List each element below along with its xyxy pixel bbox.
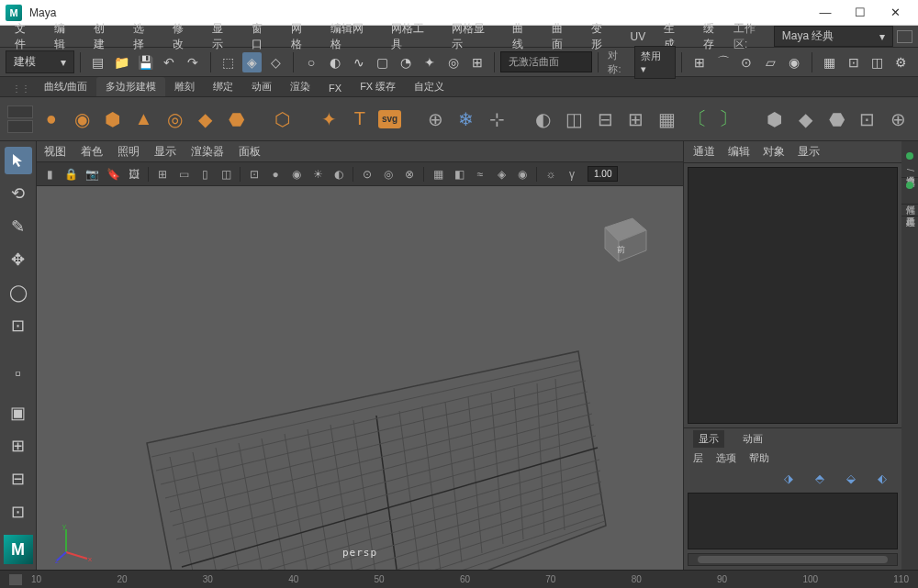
side-tab-channelbox[interactable]: 通道盒/层 [901, 163, 918, 178]
poly-type-icon[interactable]: T [347, 105, 373, 133]
poly-cone-icon[interactable]: ▲ [131, 105, 157, 133]
render-view-icon[interactable]: ▦ [820, 52, 840, 72]
bookmark-icon[interactable]: 🔖 [104, 165, 122, 183]
mask-curve-icon[interactable]: ∿ [349, 52, 369, 72]
menu-create[interactable]: 创建 [84, 21, 124, 52]
close-button[interactable]: ✕ [878, 1, 912, 25]
sidebar-toggle-button[interactable] [897, 30, 912, 43]
layer-tab-anim[interactable]: 动画 [737, 430, 768, 448]
layout-custom-icon[interactable]: ⊡ [5, 498, 32, 526]
view-cube[interactable]: 前 [591, 205, 655, 269]
gate-mask-icon[interactable]: ◫ [217, 165, 235, 183]
shelf-tab-curves[interactable]: 曲线/曲面 [35, 77, 96, 96]
mask-joint-icon[interactable]: ◐ [325, 52, 345, 72]
freeze-icon[interactable]: ❄ [453, 105, 479, 133]
shelf-tab-custom[interactable]: 自定义 [405, 77, 453, 96]
poly-disc-icon[interactable]: ⬣ [223, 105, 249, 133]
new-scene-icon[interactable]: ▤ [88, 52, 108, 72]
bridge-icon[interactable]: ⬣ [823, 105, 849, 133]
render-settings-icon[interactable]: ⚙ [890, 52, 911, 72]
shelf-tab-animation[interactable]: 动画 [242, 77, 281, 96]
redo-icon[interactable]: ↷ [183, 52, 203, 72]
combine-icon[interactable]: ◐ [531, 105, 556, 133]
shelf-edit-handle[interactable] [7, 105, 33, 133]
layer-new-selected-icon[interactable]: ⬖ [878, 472, 892, 484]
workspace-dropdown[interactable]: Maya 经典▾ [774, 26, 893, 47]
layer-move-up-icon[interactable]: ⬗ [784, 472, 799, 484]
menu-cache[interactable]: 缓存 [694, 21, 733, 52]
cb-object[interactable]: 对象 [763, 144, 785, 160]
mask-handle-icon[interactable]: ○ [301, 52, 321, 72]
layer-move-down-icon[interactable]: ⬘ [815, 472, 830, 484]
lasso-tool[interactable]: ⟲ [5, 180, 32, 207]
menu-display[interactable]: 显示 [203, 21, 242, 52]
bevel-icon[interactable]: ◆ [793, 105, 819, 133]
textured-icon[interactable]: ◉ [287, 165, 306, 183]
mask-dynamic-icon[interactable]: ✦ [420, 52, 440, 72]
menu-meshtools[interactable]: 网格工具 [382, 21, 442, 52]
menu-file[interactable]: 文件 [6, 21, 45, 52]
mask-surface-icon[interactable]: ▢ [373, 52, 393, 72]
ipr-render-icon[interactable]: ◫ [867, 52, 887, 72]
mask-deform-icon[interactable]: ◔ [396, 52, 416, 72]
shelf-tab-fx[interactable]: FX [319, 80, 351, 96]
menu-select[interactable]: 选择 [124, 21, 163, 52]
poly-torus-icon[interactable]: ◎ [162, 105, 187, 133]
shelf-tab-fxcache[interactable]: FX 缓存 [351, 77, 405, 96]
select-object-icon[interactable]: ◈ [242, 52, 263, 72]
menu-deform[interactable]: 变形 [582, 21, 621, 52]
menu-modify[interactable]: 修改 [163, 21, 203, 52]
cb-channels[interactable]: 通道 [693, 144, 715, 160]
menu-editmesh[interactable]: 编辑网格 [321, 21, 382, 52]
gamma-icon[interactable]: γ [563, 165, 581, 183]
panel-menu-lighting[interactable]: 照明 [118, 144, 140, 160]
poly-plane-icon[interactable]: ◆ [193, 105, 218, 133]
menu-edit[interactable]: 编辑 [45, 21, 84, 52]
lock-camera-icon[interactable]: 🔒 [62, 165, 80, 183]
select-component-icon[interactable]: ◇ [265, 52, 285, 72]
exposure-icon[interactable]: ☼ [542, 165, 560, 183]
separate-icon[interactable]: ◫ [562, 105, 588, 133]
select-camera-icon[interactable]: ▮ [40, 165, 59, 183]
motion-blur-icon[interactable]: ≈ [471, 165, 489, 183]
xray-icon[interactable]: ◎ [379, 165, 397, 183]
move-tool[interactable]: ✥ [5, 246, 32, 273]
menu-meshdisplay[interactable]: 网格显示 [442, 21, 503, 52]
save-scene-icon[interactable]: 💾 [136, 52, 156, 72]
center-icon[interactable]: ⊹ [485, 105, 510, 133]
poly-sphere-icon[interactable]: ● [39, 105, 64, 133]
layer-menu-help[interactable]: 帮助 [749, 451, 769, 465]
shadows-icon[interactable]: ◐ [330, 165, 348, 183]
image-plane-icon[interactable]: 🖼 [125, 165, 143, 183]
resolution-gate-icon[interactable]: ▯ [196, 165, 214, 183]
extrude-icon[interactable]: ⬢ [762, 105, 788, 133]
smooth-icon[interactable]: ▦ [654, 105, 679, 133]
layout-single-icon[interactable]: ▣ [5, 399, 32, 427]
grid-toggle-icon[interactable]: ⊞ [153, 165, 172, 183]
poly-cylinder-icon[interactable]: ⬢ [100, 105, 126, 133]
lights-icon[interactable]: ☀ [308, 165, 327, 183]
side-tab-modeling[interactable]: 建模工具 [901, 205, 918, 216]
multisample-icon[interactable]: ◈ [492, 165, 510, 183]
cb-show[interactable]: 显示 [798, 144, 820, 160]
xray-joints-icon[interactable]: ⊗ [400, 165, 419, 183]
shelf-tab-sculpt[interactable]: 雕刻 [165, 77, 204, 96]
film-gate-icon[interactable]: ▭ [174, 165, 193, 183]
shelf-tab-rigging[interactable]: 绑定 [204, 77, 242, 96]
viewport-3d[interactable]: 前 y x z persp [37, 186, 683, 570]
layer-tab-display[interactable]: 显示 [693, 430, 724, 448]
isolate-icon[interactable]: ⊙ [358, 165, 376, 183]
minimize-button[interactable]: — [808, 1, 843, 25]
menuset-dropdown[interactable]: 建模▾ [6, 50, 74, 73]
append-icon[interactable]: ⊕ [885, 105, 911, 133]
menu-windows[interactable]: 窗口 [242, 21, 282, 52]
layer-list[interactable] [688, 493, 898, 549]
poly-cube-icon[interactable]: ◉ [70, 105, 95, 133]
platonic-icon[interactable]: ⬡ [270, 105, 296, 133]
last-tool[interactable]: ▫ [5, 360, 32, 387]
open-scene-icon[interactable]: 📁 [112, 52, 132, 72]
menu-curves[interactable]: 曲线 [503, 21, 543, 52]
dof-icon[interactable]: ◉ [513, 165, 532, 183]
panel-menu-shading[interactable]: 着色 [81, 144, 103, 160]
timeline-handle-icon[interactable] [9, 574, 22, 585]
